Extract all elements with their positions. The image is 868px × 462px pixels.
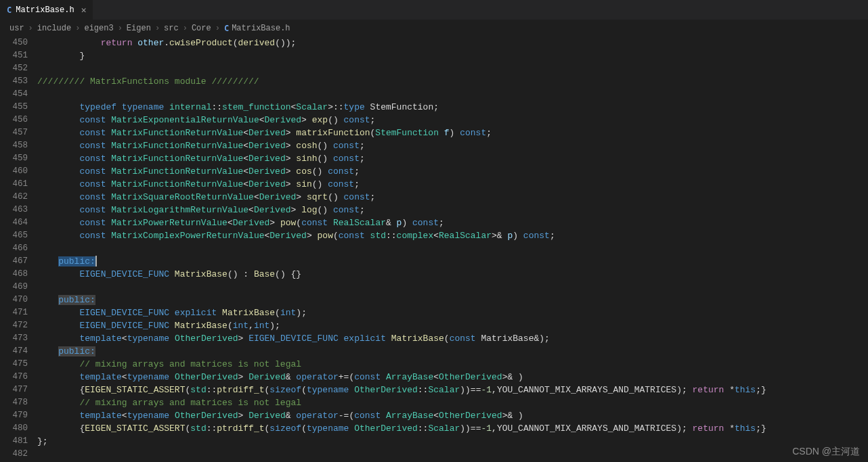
- code-line: const MatrixFunctionReturnValue<Derived>…: [37, 178, 868, 191]
- line-number: 464: [0, 216, 28, 229]
- line-number: 470: [0, 294, 28, 306]
- tab-filename: MatrixBase.h: [16, 5, 74, 15]
- breadcrumb-seg[interactable]: eigen3: [84, 24, 113, 33]
- code-line: public:: [37, 345, 868, 358]
- code-line: {EIGEN_STATIC_ASSERT(std::ptrdiff_t(size…: [37, 384, 868, 396]
- code-line: [37, 62, 868, 75]
- code-line: // mixing arrays and matrices is not leg…: [37, 358, 868, 371]
- code-line: template<typename OtherDerived> Derived&…: [37, 409, 868, 422]
- code-line: EIGEN_DEVICE_FUNC MatrixBase() : Base() …: [37, 268, 868, 281]
- tab-matrixbase[interactable]: C MatrixBase.h ✕: [0, 0, 93, 20]
- line-number: 478: [0, 396, 28, 409]
- line-number: 450: [0, 37, 28, 49]
- code-line: ///////// MatrixFunctions module ///////…: [37, 75, 868, 88]
- line-number: 467: [0, 255, 28, 268]
- code-line: const MatrixComplexPowerReturnValue<Deri…: [37, 229, 868, 242]
- chevron-right-icon: ›: [155, 24, 160, 33]
- line-number: 476: [0, 371, 28, 384]
- breadcrumb-seg[interactable]: src: [164, 24, 179, 33]
- code-line: };: [37, 435, 868, 448]
- breadcrumb[interactable]: usr› include› eigen3› Eigen› src› Core› …: [0, 20, 868, 37]
- line-number: 471: [0, 306, 28, 319]
- code-line: const MatrixExponentialReturnValue<Deriv…: [37, 114, 868, 126]
- code-line: const MatrixPowerReturnValue<Derived> po…: [37, 216, 868, 229]
- line-number: 458: [0, 139, 28, 152]
- code-line: template<typename OtherDerived> Derived&…: [37, 371, 868, 384]
- line-number: 480: [0, 422, 28, 435]
- code-line: [37, 88, 868, 101]
- code-line: const MatrixFunctionReturnValue<Derived>…: [37, 165, 868, 178]
- code-line: }: [37, 49, 868, 62]
- line-number: 475: [0, 358, 28, 371]
- code-line: const MatrixFunctionReturnValue<Derived>…: [37, 139, 868, 152]
- c-file-icon: C: [7, 5, 12, 15]
- code-line: [37, 448, 868, 461]
- line-number: 465: [0, 229, 28, 242]
- breadcrumb-seg[interactable]: include: [37, 24, 71, 33]
- line-number: 481: [0, 435, 28, 448]
- code-line: [37, 242, 868, 255]
- c-file-icon: C: [224, 24, 229, 33]
- line-number: 459: [0, 152, 28, 165]
- line-number: 474: [0, 345, 28, 358]
- line-number: 466: [0, 242, 28, 255]
- code-line: const MatrixFunctionReturnValue<Derived>…: [37, 126, 868, 139]
- chevron-right-icon: ›: [215, 24, 220, 33]
- breadcrumb-file[interactable]: MatrixBase.h: [232, 24, 290, 33]
- line-number: 452: [0, 62, 28, 75]
- line-number: 477: [0, 384, 28, 396]
- line-number: 454: [0, 88, 28, 101]
- line-number: 453: [0, 75, 28, 88]
- code-line: EIGEN_DEVICE_FUNC explicit MatrixBase(in…: [37, 306, 868, 319]
- code-line: public:: [37, 255, 868, 268]
- line-number: 473: [0, 332, 28, 345]
- line-number: 456: [0, 114, 28, 126]
- code-line: EIGEN_DEVICE_FUNC MatrixBase(int,int);: [37, 319, 868, 332]
- breadcrumb-seg[interactable]: Eigen: [127, 24, 151, 33]
- code-line: const MatrixLogarithmReturnValue<Derived…: [37, 204, 868, 216]
- line-number: 460: [0, 165, 28, 178]
- line-number-gutter: 4504514524534544554564574584594604614624…: [0, 37, 37, 462]
- code-line: const MatrixSquareRootReturnValue<Derive…: [37, 191, 868, 204]
- code-editor[interactable]: 4504514524534544554564574584594604614624…: [0, 37, 868, 462]
- breadcrumb-seg[interactable]: Core: [192, 24, 211, 33]
- chevron-right-icon: ›: [28, 24, 33, 33]
- code-line: const MatrixFunctionReturnValue<Derived>…: [37, 152, 868, 165]
- close-icon[interactable]: ✕: [81, 5, 87, 16]
- code-line: return other.cwiseProduct(derived());: [37, 37, 868, 49]
- line-number: 469: [0, 281, 28, 294]
- code-line: template<typename OtherDerived> EIGEN_DE…: [37, 332, 868, 345]
- code-line: // mixing arrays and matrices is not leg…: [37, 396, 868, 409]
- line-number: 482: [0, 448, 28, 461]
- code-line: typedef typename internal::stem_function…: [37, 101, 868, 114]
- line-number: 479: [0, 409, 28, 422]
- line-number: 461: [0, 178, 28, 191]
- code-line: [37, 281, 868, 294]
- line-number: 451: [0, 49, 28, 62]
- chevron-right-icon: ›: [183, 24, 188, 33]
- chevron-right-icon: ›: [118, 24, 123, 33]
- code-line: {EIGEN_STATIC_ASSERT(std::ptrdiff_t(size…: [37, 422, 868, 435]
- line-number: 468: [0, 268, 28, 281]
- line-number: 472: [0, 319, 28, 332]
- code-area[interactable]: return other.cwiseProduct(derived()); }/…: [37, 37, 868, 462]
- tabs-bar: C MatrixBase.h ✕: [0, 0, 868, 20]
- chevron-right-icon: ›: [75, 24, 80, 33]
- line-number: 455: [0, 101, 28, 114]
- code-line: public:: [37, 294, 868, 306]
- line-number: 457: [0, 126, 28, 139]
- line-number: 462: [0, 191, 28, 204]
- breadcrumb-seg[interactable]: usr: [9, 24, 24, 33]
- line-number: 463: [0, 204, 28, 216]
